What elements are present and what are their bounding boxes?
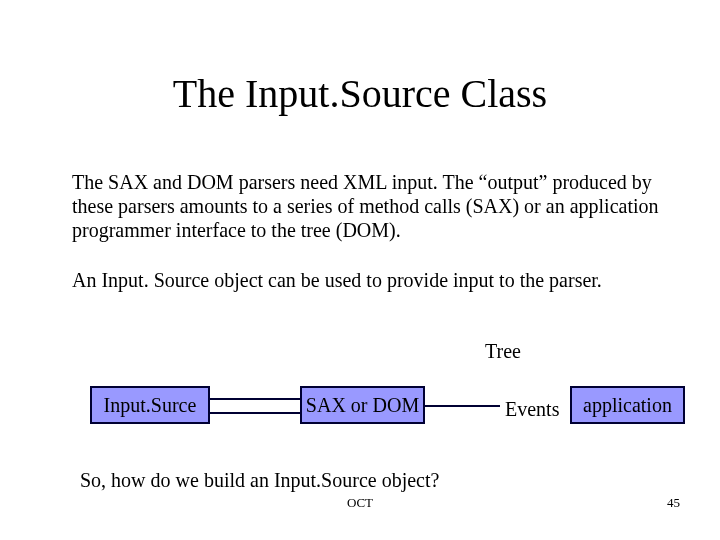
box-parser-label: SAX or DOM <box>306 395 419 416</box>
paragraph-2: An Input. Source object can be used to p… <box>72 268 662 292</box>
box-parser: SAX or DOM <box>300 386 425 424</box>
connector-input-to-parser-top <box>210 398 300 400</box>
box-input-source-label: Input.Surce <box>104 395 197 416</box>
box-application: application <box>570 386 685 424</box>
footer-page-number: 45 <box>667 495 680 511</box>
footer-center: OCT <box>0 495 720 511</box>
box-application-label: application <box>583 395 672 416</box>
slide-title: The Input.Source Class <box>0 70 720 117</box>
label-tree: Tree <box>485 340 521 363</box>
paragraph-3: So, how do we build an Input.Source obje… <box>80 468 670 492</box>
connector-input-to-parser-bottom <box>210 412 300 414</box>
label-events: Events <box>505 398 559 421</box>
box-input-source: Input.Surce <box>90 386 210 424</box>
slide: The Input.Source Class The SAX and DOM p… <box>0 0 720 540</box>
paragraph-1: The SAX and DOM parsers need XML input. … <box>72 170 662 242</box>
connector-parser-to-events <box>425 405 500 407</box>
